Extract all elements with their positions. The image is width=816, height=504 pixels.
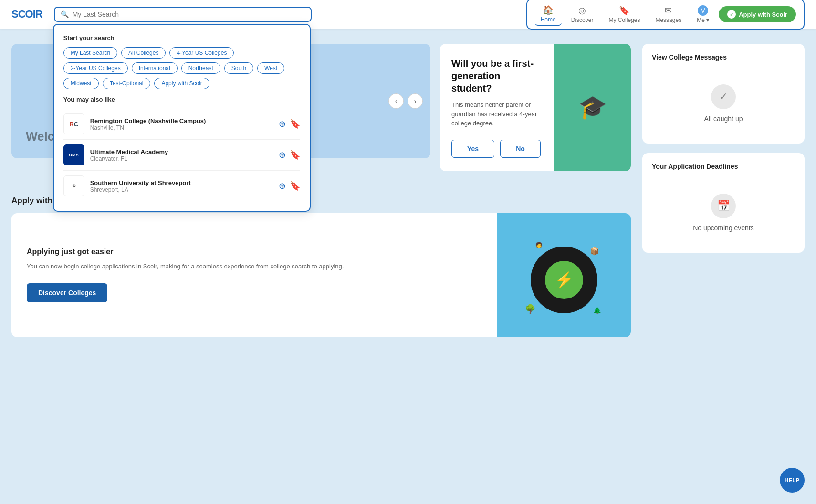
- hero-next-btn[interactable]: ›: [408, 93, 423, 109]
- search-dropdown: Start your search My Last Search All Col…: [53, 24, 311, 212]
- nav-home[interactable]: 🏠 Home: [535, 3, 562, 26]
- all-caught-up: ✓ All caught up: [652, 73, 795, 134]
- filter-west[interactable]: West: [257, 62, 284, 74]
- filter-my-last-search[interactable]: My Last Search: [63, 47, 117, 59]
- yes-button[interactable]: Yes: [451, 140, 494, 158]
- uma-logo: UMA: [63, 144, 84, 165]
- deadlines-section: Your Application Deadlines 📅 No upcoming…: [642, 153, 805, 253]
- no-events-text: No upcoming events: [693, 224, 754, 232]
- uma-actions: ⊕ 🔖: [279, 150, 300, 160]
- filter-test-optional[interactable]: Test-Optional: [103, 78, 151, 89]
- college-suggestion-southern: ⚙ Southern University at Shreveport Shre…: [63, 171, 300, 201]
- apply-btn-icon: ✓: [727, 10, 736, 19]
- nav-right: 🏠 Home ◎ Discover 🔖 My Colleges ✉ Messag…: [526, 0, 805, 30]
- messages-title: View College Messages: [652, 53, 795, 61]
- me-icon: V: [698, 5, 708, 16]
- first-gen-graphic: 🎓: [554, 44, 631, 171]
- no-events: 📅 No upcoming events: [652, 182, 795, 243]
- apply-card-desc: You can now begin college applications i…: [27, 262, 482, 272]
- apply-section: Apply with Scoir Learn More Applying jus…: [11, 196, 631, 337]
- home-icon: 🏠: [543, 5, 554, 15]
- filter-tags: My Last Search All Colleges 4-Year US Co…: [63, 47, 300, 89]
- nav-discover[interactable]: ◎ Discover: [565, 3, 599, 25]
- remington-actions: ⊕ 🔖: [279, 119, 300, 129]
- nav-discover-label: Discover: [571, 17, 594, 23]
- remington-location: Nashville, TN: [90, 124, 273, 131]
- help-label: HELP: [785, 477, 799, 483]
- remington-add-icon[interactable]: ⊕: [279, 119, 286, 129]
- uma-add-icon[interactable]: ⊕: [279, 150, 286, 160]
- messages-section: View College Messages ✓ All caught up: [642, 44, 805, 144]
- filter-apply-with-scoir[interactable]: Apply with Scoir: [154, 78, 209, 89]
- search-input-wrap[interactable]: 🔍: [54, 7, 312, 22]
- remington-bookmark-icon[interactable]: 🔖: [290, 119, 300, 129]
- first-gen-content: Will you be a first-generation student? …: [440, 44, 554, 171]
- filter-all-colleges[interactable]: All Colleges: [121, 47, 166, 59]
- right-panel: View College Messages ✓ All caught up Yo…: [642, 44, 805, 337]
- apply-card-heading: Applying just got easier: [27, 247, 482, 256]
- discover-icon: ◎: [578, 5, 586, 16]
- remington-info: Remington College (Nashville Campus) Nas…: [90, 117, 273, 131]
- college-suggestion-uma: UMA Ultimate Medical Academy Clearwater,…: [63, 140, 300, 171]
- southern-logo: ⚙: [63, 175, 84, 196]
- hero-prev-btn[interactable]: ‹: [388, 93, 404, 109]
- search-icon: 🔍: [61, 10, 69, 18]
- deadlines-divider: [652, 178, 795, 178]
- no-button[interactable]: No: [500, 140, 541, 158]
- check-icon: ✓: [711, 84, 736, 109]
- southern-location: Shreveport, LA: [90, 186, 273, 193]
- deadlines-title: Your Application Deadlines: [652, 163, 795, 170]
- first-gen-card: Will you be a first-generation student? …: [440, 44, 631, 171]
- nav-my-colleges[interactable]: 🔖 My Colleges: [603, 3, 646, 25]
- remington-logo: RC: [63, 113, 84, 134]
- filter-international[interactable]: International: [132, 62, 178, 74]
- uma-location: Clearwater, FL: [90, 155, 273, 162]
- southern-add-icon[interactable]: ⊕: [279, 181, 286, 191]
- southern-actions: ⊕ 🔖: [279, 181, 300, 191]
- brand-logo: SCOIR: [11, 8, 42, 21]
- graduation-icon: 🎓: [578, 94, 607, 121]
- college-suggestion-remington: RC Remington College (Nashville Campus) …: [63, 109, 300, 140]
- filter-midwest[interactable]: Midwest: [63, 78, 99, 89]
- messages-icon: ✉: [665, 5, 672, 16]
- remington-name: Remington College (Nashville Campus): [90, 117, 273, 124]
- southern-name: Southern University at Shreveport: [90, 179, 273, 186]
- uma-bookmark-icon[interactable]: 🔖: [290, 150, 300, 160]
- search-area: 🔍 Start your search My Last Search All C…: [54, 7, 312, 22]
- filter-south[interactable]: South: [224, 62, 253, 74]
- first-gen-title: Will you be a first-generation student?: [451, 57, 543, 94]
- caught-up-text: All caught up: [704, 115, 743, 123]
- southern-bookmark-icon[interactable]: 🔖: [290, 181, 300, 191]
- search-section-title: Start your search: [63, 34, 300, 41]
- apply-card: Applying just got easier You can now beg…: [11, 213, 631, 337]
- first-gen-buttons: Yes No: [451, 140, 543, 158]
- navbar: SCOIR 🔍 Start your search My Last Search…: [0, 0, 816, 29]
- messages-divider: [652, 69, 795, 69]
- globe-icon: ⚡: [545, 261, 583, 299]
- search-input[interactable]: [73, 10, 305, 18]
- discover-colleges-button[interactable]: Discover Colleges: [27, 283, 107, 302]
- apply-card-graphic: ⚡ 🌳 🌲 📦 🧑: [497, 213, 631, 337]
- nav-me-label: Me ▾: [697, 17, 709, 23]
- southern-info: Southern University at Shreveport Shreve…: [90, 179, 273, 193]
- apply-card-content: Applying just got easier You can now beg…: [11, 213, 497, 337]
- first-gen-desc: This means neither parent or guardian ha…: [451, 100, 543, 128]
- help-button[interactable]: HELP: [780, 468, 805, 493]
- calendar-icon: 📅: [711, 194, 736, 218]
- filter-northeast[interactable]: Northeast: [181, 62, 220, 74]
- nav-apply-button[interactable]: ✓ Apply with Scoir: [719, 6, 796, 22]
- nav-messages-label: Messages: [655, 17, 681, 23]
- filter-4year-us[interactable]: 4-Year US Colleges: [169, 47, 234, 59]
- nav-my-colleges-label: My Colleges: [608, 17, 640, 23]
- nav-home-label: Home: [541, 16, 556, 23]
- my-colleges-icon: 🔖: [619, 5, 629, 16]
- suggestions-title: You may also like: [63, 96, 300, 103]
- nav-me[interactable]: V Me ▾: [691, 3, 715, 25]
- uma-info: Ultimate Medical Academy Clearwater, FL: [90, 148, 273, 162]
- filter-2year-us[interactable]: 2-Year US Colleges: [63, 62, 128, 74]
- uma-name: Ultimate Medical Academy: [90, 148, 273, 155]
- nav-messages[interactable]: ✉ Messages: [649, 3, 687, 25]
